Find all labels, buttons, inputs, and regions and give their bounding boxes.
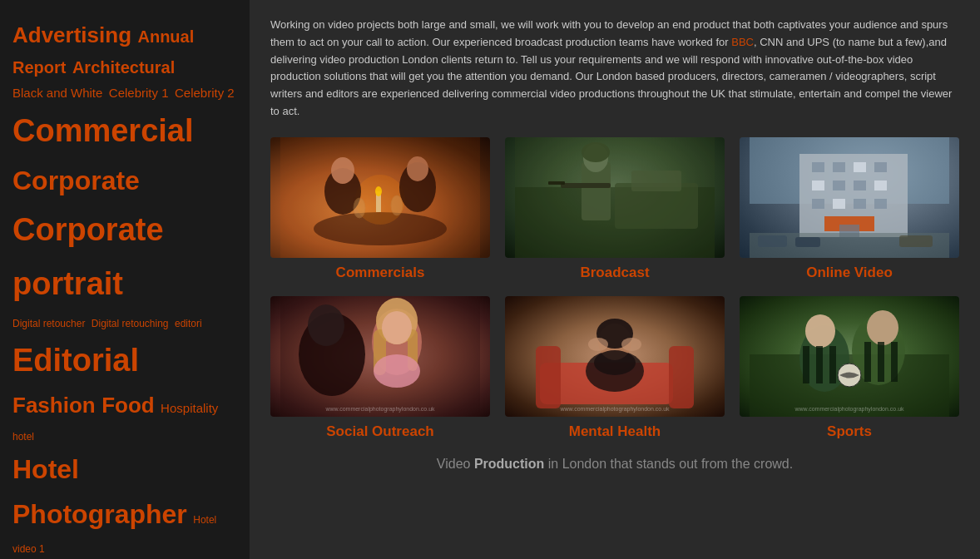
svg-text:www.commercialphotographylondo: www.commercialphotographylondon.co.uk <box>559 406 670 413</box>
video-item-mental[interactable]: www.commercialphotographylondon.co.uk Me… <box>505 296 725 440</box>
svg-rect-70 <box>816 346 823 383</box>
sidebar: Advertising Annual Report Architectural … <box>0 0 250 559</box>
svg-rect-42 <box>899 235 933 247</box>
tag-celebrity2[interactable]: Celebrity 2 <box>175 86 235 100</box>
svg-rect-71 <box>829 346 836 383</box>
svg-text:www.commercialphotographylondo: www.commercialphotographylondon.co.uk <box>794 406 904 413</box>
video-item-sports[interactable]: www.commercialphotographylondon.co.uk Sp… <box>740 296 959 440</box>
tag-advertising[interactable]: Advertising <box>12 22 131 47</box>
sports-scene: www.commercialphotographylondon.co.uk <box>740 296 959 417</box>
tag-fashion[interactable]: Fashion <box>12 393 96 418</box>
svg-rect-74 <box>864 342 871 382</box>
bbc-link[interactable]: BBC <box>731 36 754 48</box>
tag-editorial[interactable]: Editorial <box>12 343 139 378</box>
video-item-online[interactable]: Online Video <box>740 137 959 281</box>
svg-point-62 <box>621 338 641 351</box>
svg-point-52 <box>374 354 420 388</box>
svg-text:www.commercialphotographylondo: www.commercialphotographylondon.co.uk <box>324 406 435 413</box>
tag-architectural[interactable]: Architectural <box>72 58 175 77</box>
footer-text-bold: Production <box>474 457 544 471</box>
svg-rect-33 <box>812 199 824 209</box>
svg-rect-36 <box>874 199 887 209</box>
tag-hotel[interactable]: hotel <box>12 431 34 443</box>
svg-rect-35 <box>854 199 866 209</box>
tag-digital-retoucher[interactable]: Digital retoucher <box>12 318 85 329</box>
video-thumb-mental[interactable]: www.commercialphotographylondon.co.uk <box>505 296 725 417</box>
svg-rect-25 <box>812 162 824 172</box>
svg-rect-75 <box>878 342 884 382</box>
svg-point-51 <box>308 304 344 346</box>
video-thumb-commercials[interactable] <box>270 137 490 258</box>
svg-rect-34 <box>833 199 845 209</box>
tag-food[interactable]: Food <box>101 393 155 418</box>
svg-rect-56 <box>536 346 561 408</box>
tag-black-white[interactable]: Black and White <box>12 86 102 100</box>
tag-cloud: Advertising Annual Report Architectural … <box>12 17 237 559</box>
svg-rect-57 <box>669 346 694 408</box>
video-item-broadcast[interactable]: Broadcast <box>505 137 725 281</box>
svg-rect-69 <box>803 346 809 383</box>
svg-rect-40 <box>758 235 787 247</box>
svg-point-68 <box>805 314 835 348</box>
tag-editori[interactable]: editori <box>175 318 202 329</box>
social-outreach-label: Social Outreach <box>326 423 433 440</box>
svg-point-73 <box>867 310 898 345</box>
tag-commercial[interactable]: Commercial <box>12 113 194 148</box>
footer-tagline: Video Production in London that stands o… <box>270 457 959 472</box>
footer-text-after: in London that stands out from the crowd… <box>544 457 793 471</box>
online-scene <box>740 137 959 258</box>
tag-celebrity1[interactable]: Celebrity 1 <box>109 86 169 100</box>
video-thumb-social[interactable]: www.commercialphotographylondon.co.uk <box>270 296 490 417</box>
svg-rect-41 <box>795 237 820 247</box>
svg-rect-21 <box>515 137 715 258</box>
main-content: Working on video projects both large and… <box>250 0 980 559</box>
svg-rect-76 <box>891 342 898 382</box>
svg-rect-30 <box>833 181 845 190</box>
commercials-scene <box>270 137 490 258</box>
commercials-label: Commercials <box>336 265 425 281</box>
svg-rect-29 <box>812 181 824 190</box>
svg-point-63 <box>594 350 636 375</box>
broadcast-label: Broadcast <box>580 265 649 281</box>
video-item-social[interactable]: www.commercialphotographylondon.co.uk So… <box>270 296 490 440</box>
video-thumb-broadcast[interactable] <box>505 137 725 258</box>
svg-rect-28 <box>874 162 887 172</box>
tag-digital-retouching[interactable]: Digital retouching <box>92 318 169 329</box>
tag-corporate-portrait[interactable]: Corporate portrait <box>12 212 164 301</box>
tag-corporate[interactable]: Corporate <box>12 166 140 195</box>
broadcast-scene <box>505 137 725 258</box>
svg-rect-32 <box>874 181 887 190</box>
social-scene: www.commercialphotographylondon.co.uk <box>270 296 490 417</box>
tag-hotel-photographer[interactable]: Hotel Photographer <box>12 454 187 529</box>
svg-point-49 <box>382 311 412 344</box>
intro-paragraph: Working on video projects both large and… <box>270 17 959 121</box>
svg-rect-27 <box>854 162 866 172</box>
tag-hospitality[interactable]: Hospitality <box>161 401 218 415</box>
video-item-commercials[interactable]: Commercials <box>270 137 490 281</box>
sports-label: Sports <box>827 423 872 440</box>
svg-rect-31 <box>854 181 866 190</box>
svg-point-61 <box>588 338 608 351</box>
video-grid: Commercials <box>270 137 959 440</box>
mental-health-label: Mental Health <box>569 423 661 440</box>
online-video-label: Online Video <box>806 265 893 281</box>
video-thumb-online[interactable] <box>740 137 959 258</box>
svg-rect-26 <box>833 162 845 172</box>
svg-rect-11 <box>280 137 480 258</box>
footer-text-before: Video <box>437 457 474 471</box>
mental-scene: www.commercialphotographylondon.co.uk <box>505 296 725 417</box>
video-thumb-sports[interactable]: www.commercialphotographylondon.co.uk <box>740 296 959 417</box>
